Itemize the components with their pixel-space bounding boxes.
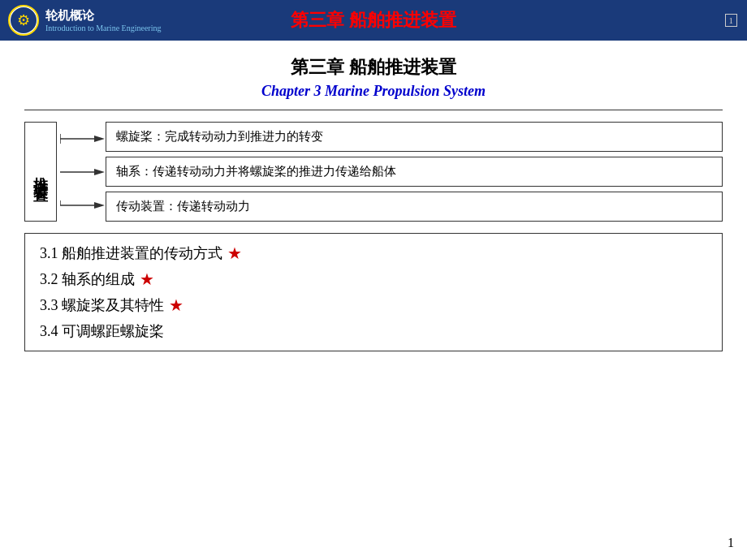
header-text-block: 轮机概论 Introduction to Marine Engineering (45, 8, 161, 32)
info-box-2: 传动装置：传递转动动力 (106, 192, 723, 222)
header-title-cn: 轮机概论 (45, 8, 161, 24)
header-chapter-title: 第三章 船舶推进装置 (291, 8, 456, 32)
info-box-1: 轴系：传递转动动力并将螺旋桨的推进力传递给船体 (106, 157, 723, 187)
header-page-badge: 1 (725, 14, 738, 27)
arrow-svg-3 (60, 197, 105, 213)
arrow-3 (60, 197, 106, 213)
section-number-1: 3.2 轴系的组成 (40, 269, 135, 289)
main-title-en: Chapter 3 Marine Propulsion System (24, 83, 723, 100)
star-icon-1: ★ (140, 269, 154, 289)
arrow-svg-1 (60, 131, 105, 147)
arrow-2 (60, 164, 106, 180)
section-item-2: 3.3 螺旋桨及其特性 ★ (40, 295, 707, 315)
header-title-en: Introduction to Marine Engineering (45, 24, 161, 32)
svg-marker-4 (94, 169, 105, 175)
svg-marker-2 (94, 136, 105, 142)
star-icon-2: ★ (169, 295, 184, 315)
info-box-0: 螺旋桨：完成转动动力到推进力的转变 (106, 122, 723, 152)
section-item-1: 3.2 轴系的组成 ★ (40, 269, 707, 289)
main-title-cn: 第三章 船舶推进装置 (24, 55, 723, 80)
divider (24, 110, 723, 110)
section-number-2: 3.3 螺旋桨及其特性 (40, 295, 164, 315)
page-number: 1 (728, 536, 734, 550)
boxes-area: 螺旋桨：完成转动动力到推进力的转变 轴系：传递转动动力并将螺旋桨的推进力传递给船… (106, 122, 723, 222)
section-number-3: 3.4 可调螺距螺旋桨 (40, 321, 164, 341)
gear-icon: ⚙ (17, 11, 30, 29)
main-content: 第三章 船舶推进装置 Chapter 3 Marine Propulsion S… (0, 41, 747, 360)
logo-circle: ⚙ (8, 5, 39, 36)
section-item-0: 3.1 船舶推进装置的传动方式 ★ (40, 243, 707, 263)
diagram-section: 推进装置 (24, 122, 723, 222)
star-icon-0: ★ (227, 243, 242, 263)
vertical-label: 推进装置 (24, 122, 57, 222)
header: ⚙ 轮机概论 Introduction to Marine Engineerin… (0, 0, 747, 41)
arrows-area (57, 122, 106, 222)
logo-area: ⚙ 轮机概论 Introduction to Marine Engineerin… (8, 5, 161, 36)
arrow-1 (60, 131, 106, 147)
section-number-0: 3.1 船舶推进装置的传动方式 (40, 243, 222, 263)
section-item-3: 3.4 可调螺距螺旋桨 (40, 321, 707, 341)
arrow-svg-2 (60, 164, 105, 180)
title-section: 第三章 船舶推进装置 Chapter 3 Marine Propulsion S… (24, 55, 723, 100)
svg-marker-7 (94, 202, 105, 209)
sections-box: 3.1 船舶推进装置的传动方式 ★ 3.2 轴系的组成 ★ 3.3 螺旋桨及其特… (24, 233, 723, 351)
